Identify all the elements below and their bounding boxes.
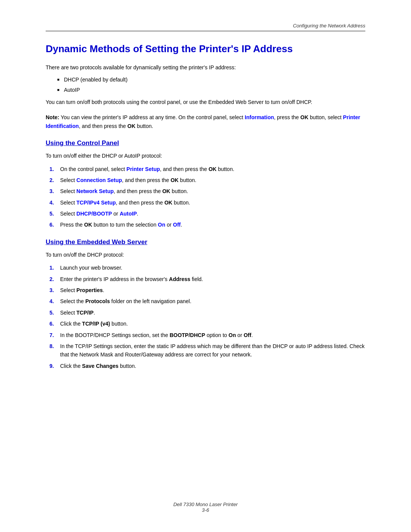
note-text1: You can view the printer's IP address at… <box>59 114 245 120</box>
step-2-6-num: 6. <box>49 320 60 328</box>
section1-steps: 1. On the control panel, select Printer … <box>49 165 365 229</box>
step-1-3-text: Select Network Setup, and then press the… <box>60 187 365 195</box>
running-title: Configuring the Network Address <box>293 23 365 29</box>
step-1-1-num: 1. <box>49 165 60 173</box>
step-2-6: 6. Click the TCP/IP (v4) button. <box>49 320 365 328</box>
step-1-4-text: Select TCP/IPv4 Setup, and then press th… <box>60 198 365 207</box>
step-1-1-text: On the control panel, select Printer Set… <box>60 165 365 173</box>
step-2-5-num: 5. <box>49 308 60 317</box>
section1-heading: Using the Control Panel <box>46 139 365 147</box>
bullet-list: DHCP (enabled by default) AutoIP <box>57 75 365 94</box>
step-1-5-num: 5. <box>49 209 60 218</box>
note-text5: button. <box>135 123 153 129</box>
intro-paragraph2: You can turn on/off both protocols using… <box>46 98 365 106</box>
step-2-5: 5. Select TCP/IP. <box>49 308 365 317</box>
step-1-5: 5. Select DHCP/BOOTP or AutoIP. <box>49 209 365 218</box>
section2-intro: To turn on/off the DHCP protocol: <box>46 251 365 259</box>
note-bold2: OK <box>127 123 135 129</box>
page-title: Dynamic Methods of Setting the Printer's… <box>46 43 365 56</box>
step-2-7-num: 7. <box>49 331 60 339</box>
step-2-2: 2. Enter the printer's IP address in the… <box>49 275 365 283</box>
step-1-5-text: Select DHCP/BOOTP or AutoIP. <box>60 209 365 218</box>
note-text4: , and then press the <box>79 123 127 129</box>
page-container: Configuring the Network Address Dynamic … <box>0 0 411 532</box>
note-block: Note: You can view the printer's IP addr… <box>46 113 365 130</box>
step-2-3-num: 3. <box>49 286 60 294</box>
note-text2: , press the <box>274 114 300 120</box>
step-2-4: 4. Select the Protocols folder on the le… <box>49 297 365 305</box>
step-2-8-num: 8. <box>49 342 60 350</box>
step-1-6-text: Press the OK button to turn the selectio… <box>60 220 365 229</box>
step-1-2-text: Select Connection Setup, and then press … <box>60 176 365 184</box>
step-2-1: 1. Launch your web browser. <box>49 264 365 272</box>
step-1-4-num: 4. <box>49 198 60 207</box>
step-2-6-text: Click the TCP/IP (v4) button. <box>60 320 365 328</box>
footer-line2: 3-6 <box>0 507 411 513</box>
section2-heading: Using the Embedded Web Server <box>46 238 365 246</box>
step-2-1-num: 1. <box>49 264 60 272</box>
step-2-2-num: 2. <box>49 275 60 283</box>
step-2-2-text: Enter the printer's IP address in the br… <box>60 275 365 283</box>
intro-paragraph1: There are two protocols available for dy… <box>46 63 365 72</box>
bullet-item-autoip: AutoIP <box>57 86 365 94</box>
step-2-9-num: 9. <box>49 362 60 370</box>
step-2-8: 8. In the TCP/IP Settings section, enter… <box>49 342 365 359</box>
page-footer: Dell 7330 Mono Laser Printer 3-6 <box>0 502 411 513</box>
step-1-3-num: 3. <box>49 187 60 195</box>
step-1-6-num: 6. <box>49 220 60 229</box>
step-1-1: 1. On the control panel, select Printer … <box>49 165 365 173</box>
note-text3: button, select <box>308 114 343 120</box>
step-2-9-text: Click the Save Changes button. <box>60 362 365 370</box>
step-1-4: 4. Select TCP/IPv4 Setup, and then press… <box>49 198 365 207</box>
step-2-8-text: In the TCP/IP Settings section, enter th… <box>60 342 365 359</box>
step-2-7: 7. In the BOOTP/DHCP Settings section, s… <box>49 331 365 339</box>
step-2-4-text: Select the Protocols folder on the left … <box>60 297 365 305</box>
step-2-4-num: 4. <box>49 297 60 305</box>
note-bold1: OK <box>300 114 308 120</box>
bullet-item-dhcp: DHCP (enabled by default) <box>57 75 365 84</box>
step-1-3: 3. Select Network Setup, and then press … <box>49 187 365 195</box>
step-2-5-text: Select TCP/IP. <box>60 308 365 317</box>
step-2-1-text: Launch your web browser. <box>60 264 365 272</box>
section2-steps: 1. Launch your web browser. 2. Enter the… <box>49 264 365 370</box>
step-1-2-num: 2. <box>49 176 60 184</box>
step-2-3-text: Select Properties. <box>60 286 365 294</box>
note-label: Note: <box>46 114 59 120</box>
step-2-3: 3. Select Properties. <box>49 286 365 294</box>
step-1-6: 6. Press the OK button to turn the selec… <box>49 220 365 229</box>
step-1-2: 2. Select Connection Setup, and then pre… <box>49 176 365 184</box>
note-link1: Information <box>245 114 274 120</box>
step-2-9: 9. Click the Save Changes button. <box>49 362 365 370</box>
footer-line1: Dell 7330 Mono Laser Printer <box>0 502 411 507</box>
step-2-7-text: In the BOOTP/DHCP Settings section, set … <box>60 331 365 339</box>
section1-intro: To turn on/off either the DHCP or AutoIP… <box>46 152 365 160</box>
page-header: Configuring the Network Address <box>46 23 365 31</box>
